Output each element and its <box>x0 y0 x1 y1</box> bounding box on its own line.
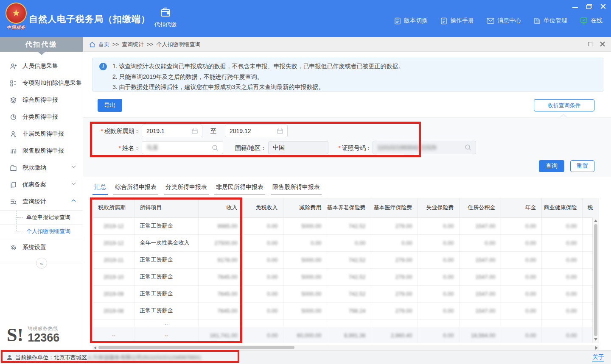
cell-redacted: 0.00 <box>355 240 365 246</box>
breadcrumb-separator: >> <box>147 41 153 47</box>
sidebar-subitem-unit-declaration-query[interactable]: 单位申报记录查询 <box>0 211 83 224</box>
scroll-down-arrow-icon[interactable] <box>594 338 597 341</box>
tax-bureau-emblem-logo: ★ 中国税务 <box>4 3 28 35</box>
sidebar: 代扣代缴 人员信息采集 专项附加扣除信息采集 综合所得申报 <box>0 37 83 350</box>
scroll-left-arrow-icon[interactable] <box>94 346 96 350</box>
menu-unit-management[interactable]: 单位管理 <box>534 17 567 25</box>
cell-redacted: 1547.00 <box>476 291 496 297</box>
cell-redacted: 279.00 <box>395 274 412 280</box>
horizontal-scrollbar-thumb[interactable] <box>98 346 294 349</box>
name-value-redacted: 马某 <box>146 144 212 152</box>
tab-summary[interactable]: 汇总 <box>92 183 108 195</box>
vertical-scrollbar[interactable] <box>592 217 599 343</box>
cell-redacted: 0.00 <box>443 274 454 280</box>
sidebar-item-query-statistics[interactable]: 查询统计 <box>0 193 83 210</box>
menu-version-switch[interactable]: 版本切换 <box>394 17 428 25</box>
cell-redacted: 0.00 <box>566 223 577 229</box>
window-close-icon[interactable] <box>600 4 606 9</box>
tab-classified-income[interactable]: 分类所得申报表 <box>164 183 209 195</box>
sidebar-item-system-settings[interactable]: 系统设置 <box>0 238 83 257</box>
cell-redacted: 0.00 <box>267 240 277 246</box>
document-icon <box>394 17 401 25</box>
sidebar-subitem-label: 单位申报记录查询 <box>26 214 70 221</box>
sidebar-item-preferential-filing[interactable]: 优惠备案 <box>0 176 83 193</box>
sidebar-item-special-deduction[interactable]: 专项附加扣除信息采集 <box>0 75 83 92</box>
cell-redacted: 0.00 <box>525 274 536 280</box>
current-unit-redacted: 人力资源服务有限公司(91110102123456789X) <box>87 354 201 361</box>
collapse-icon: « <box>40 260 43 267</box>
summary-redacted: 2,960.40 <box>391 332 412 339</box>
cell-income-item: 正常工资薪金 <box>135 285 198 302</box>
search-icon[interactable] <box>212 144 219 151</box>
search-icon[interactable] <box>465 144 471 151</box>
col-header: 所得项目 <box>135 198 198 217</box>
cell-redacted: 1547.00 <box>476 274 496 280</box>
cell-redacted: 0.00 <box>566 240 577 246</box>
header-menu: 版本切换 操作手册 消息中心 <box>394 17 603 25</box>
name-input[interactable]: 马某 <box>142 141 223 154</box>
sidebar-collapse-button[interactable]: « <box>36 258 47 269</box>
scroll-up-arrow-icon[interactable] <box>594 220 597 222</box>
id-number-value-redacted: 110102199304221529 <box>377 144 465 151</box>
panel-maximize-icon[interactable] <box>588 42 592 46</box>
panel-close-icon[interactable] <box>600 42 605 47</box>
sidebar-item-nonresident-income[interactable]: 非居民所得申报 <box>0 125 83 142</box>
sidebar-item-label: 综合所得申报 <box>22 96 58 104</box>
about-link[interactable]: 关于 <box>592 353 604 361</box>
nationality-input[interactable]: 中国 <box>268 141 328 154</box>
menu-label: 版本切换 <box>404 17 428 25</box>
name-label: *姓名： <box>92 144 140 152</box>
current-unit-label: 当前操作单位： <box>15 354 54 361</box>
period-from-input[interactable]: 2019.1 <box>142 125 202 137</box>
menu-label: 消息中心 <box>497 17 521 25</box>
id-number-input[interactable]: 110102199304221529 <box>373 141 476 154</box>
nav-tab-withholding[interactable]: 代扣代缴 <box>149 6 182 33</box>
scroll-right-arrow-icon[interactable] <box>595 346 598 350</box>
calendar-icon[interactable] <box>192 128 198 134</box>
tab-nonresident-income[interactable]: 非居民所得申报表 <box>214 183 265 195</box>
breadcrumb-home-link[interactable]: 首页 <box>98 41 109 48</box>
collapse-query-conditions-button[interactable]: 收折查询条件 <box>534 99 594 111</box>
search-button[interactable]: 查询 <box>539 160 564 172</box>
cell-redacted: 0.00 <box>566 308 577 314</box>
mail-icon <box>487 18 494 24</box>
nav-tab-label: 代扣代缴 <box>149 21 182 28</box>
window-restore-icon[interactable] <box>586 4 592 9</box>
menu-message-center[interactable]: 消息中心 <box>487 17 521 25</box>
menu-operation-manual[interactable]: 操作手册 <box>440 17 474 25</box>
summary-item: -- <box>135 327 198 343</box>
window-minimize-icon[interactable] <box>572 7 578 8</box>
vertical-scrollbar-thumb[interactable] <box>594 224 597 336</box>
tab-restricted-shares[interactable]: 限售股所得申报表 <box>271 183 322 195</box>
report-tabs: 汇总 综合所得申报表 分类所得申报表 非居民所得申报表 限售股所得申报表 <box>92 183 322 195</box>
period-to-input[interactable]: 2019.12 <box>225 125 288 137</box>
sidebar-item-restricted-shares[interactable]: 限售股所得申报 <box>0 142 83 159</box>
cell-period-redacted: 2019-09 <box>104 291 124 297</box>
sidebar-item-classified-income[interactable]: 分类所得申报 <box>0 108 83 125</box>
period-label: *税款所属期： <box>92 128 140 135</box>
export-button[interactable]: 导出 <box>98 99 122 112</box>
calendar-icon[interactable] <box>277 128 283 134</box>
app-window: ★ 中国税务 自然人电子税务局（扣缴端） 代扣代缴 <box>0 0 611 364</box>
col-header: 减除费用 <box>283 198 327 217</box>
sidebar-item-comprehensive-income[interactable]: 综合所得申报 <box>0 92 83 108</box>
sidebar-subitem-personal-withholding-detail-query[interactable]: 个人扣缴明细查询 <box>0 224 83 238</box>
cell-redacted: 279.00 <box>395 291 412 297</box>
required-mark: * <box>119 144 121 151</box>
sidebar-item-label: 非居民所得申报 <box>22 130 64 138</box>
sidebar-item-personnel-info[interactable]: 人员信息采集 <box>0 58 83 75</box>
cell-redacted: 0.00 <box>485 240 495 246</box>
summary-redacted: 0.00 <box>566 332 577 339</box>
horizontal-scrollbar[interactable] <box>92 345 599 350</box>
reset-button[interactable]: 重置 <box>570 160 594 172</box>
sidebar-item-label: 税款缴纳 <box>22 164 46 172</box>
summary-redacted: 60,000.00 <box>297 332 322 339</box>
query-statistics-submenu: 单位申报记录查询 个人扣缴明细查询 <box>0 210 83 238</box>
tab-comprehensive-income[interactable]: 综合所得申报表 <box>113 183 158 195</box>
nationality-value: 中国 <box>273 144 324 152</box>
cell-redacted: 0.00 <box>443 308 454 314</box>
cell-income-item: 全年一次性奖金收入 <box>135 234 198 251</box>
online-status[interactable]: 在线 <box>580 17 603 25</box>
table-row: 2019-11 正常工资薪金 9178.00 0.00 5000.00 742.… <box>93 251 599 268</box>
sidebar-item-tax-payment[interactable]: 税款缴纳 <box>0 159 83 176</box>
